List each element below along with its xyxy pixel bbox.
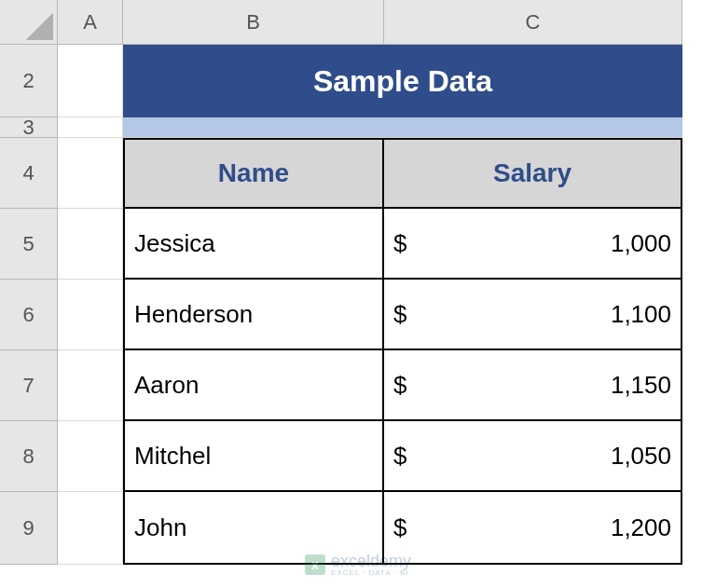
cell-A8[interactable] (58, 421, 123, 492)
cell-A9[interactable] (58, 492, 123, 565)
cell-A6[interactable] (58, 280, 123, 350)
header-name[interactable]: Name (123, 138, 384, 209)
salary-value: 1,150 (611, 371, 671, 400)
column-header-B[interactable]: B (123, 0, 384, 45)
row-header-6[interactable]: 6 (0, 280, 58, 350)
row-header-9[interactable]: 9 (0, 492, 58, 565)
currency-symbol: $ (393, 442, 406, 471)
watermark-brand: exceldemy (331, 552, 411, 570)
row-header-2[interactable]: 2 (0, 45, 58, 117)
currency-symbol: $ (393, 229, 406, 258)
cell-salary-4[interactable]: $ 1,200 (384, 492, 682, 565)
cell-A7[interactable] (58, 350, 123, 421)
currency-symbol: $ (393, 300, 406, 329)
spreadsheet: A B C 2 3 4 5 6 7 8 9 Sample Data Name S… (0, 0, 716, 588)
salary-value: 1,100 (611, 300, 671, 329)
currency-symbol: $ (393, 371, 406, 400)
cell-salary-1[interactable]: $ 1,100 (384, 280, 682, 350)
cell-name-3[interactable]: Mitchel (123, 421, 384, 492)
currency-symbol: $ (393, 513, 406, 542)
select-all-corner[interactable] (0, 0, 58, 45)
row-header-5[interactable]: 5 (0, 209, 58, 280)
cell-salary-0[interactable]: $ 1,000 (384, 209, 682, 280)
header-salary[interactable]: Salary (384, 138, 682, 209)
cell-name-1[interactable]: Henderson (123, 280, 384, 350)
watermark: x exceldemy EXCEL · DATA · BI (305, 552, 411, 577)
svg-marker-0 (26, 13, 53, 40)
cell-A5[interactable] (58, 209, 123, 280)
watermark-tagline: EXCEL · DATA · BI (331, 568, 411, 577)
cell-A2[interactable] (58, 45, 123, 117)
cell-name-2[interactable]: Aaron (123, 350, 384, 421)
grid: Sample Data Name Salary Jessica $ 1,000 … (58, 45, 682, 565)
row-header-4[interactable]: 4 (0, 138, 58, 209)
column-headers: A B C (58, 0, 682, 45)
cell-salary-2[interactable]: $ 1,150 (384, 350, 682, 421)
column-header-C[interactable]: C (384, 0, 682, 45)
row-header-7[interactable]: 7 (0, 350, 58, 421)
row-headers: 2 3 4 5 6 7 8 9 (0, 45, 58, 565)
cell-A3[interactable] (58, 117, 123, 138)
cell-name-0[interactable]: Jessica (123, 209, 384, 280)
row-header-8[interactable]: 8 (0, 421, 58, 492)
salary-value: 1,000 (611, 229, 671, 258)
row-header-3[interactable]: 3 (0, 117, 58, 138)
salary-value: 1,200 (611, 513, 671, 542)
cell-salary-3[interactable]: $ 1,050 (384, 421, 682, 492)
column-header-A[interactable]: A (58, 0, 123, 45)
watermark-logo-icon: x (305, 554, 325, 575)
cell-A4[interactable] (58, 138, 123, 209)
title-accent (123, 117, 682, 138)
title-cell[interactable]: Sample Data (123, 45, 682, 117)
salary-value: 1,050 (611, 442, 671, 471)
